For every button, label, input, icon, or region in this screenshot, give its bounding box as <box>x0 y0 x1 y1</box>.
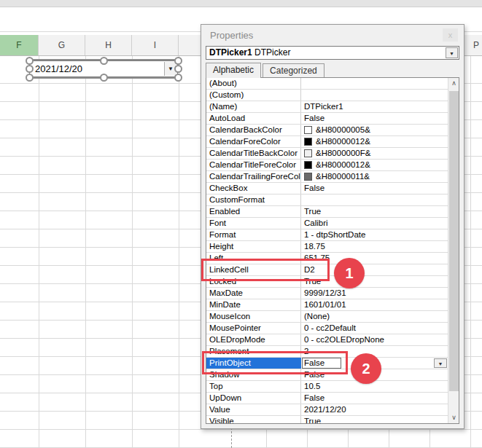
selection-handle[interactable] <box>174 74 182 82</box>
column-header-g[interactable]: G <box>39 35 85 55</box>
property-value[interactable]: &H80000012& <box>301 136 448 147</box>
color-swatch <box>304 138 312 146</box>
property-value-text: DTPicker1 <box>304 102 343 111</box>
property-row[interactable]: (Name)DTPicker1 <box>206 101 448 113</box>
property-value[interactable]: 1601/01/01 <box>301 299 448 310</box>
property-row[interactable]: MaxDate9999/12/31 <box>206 288 448 299</box>
property-row[interactable]: CalendarTitleForeColor&H80000012& <box>206 160 448 171</box>
property-row[interactable]: MinDate1601/01/01 <box>206 299 448 311</box>
scroll-up-icon[interactable]: ∧ <box>448 78 459 89</box>
property-row[interactable]: Value2021/12/20 <box>206 404 448 416</box>
property-row[interactable]: OLEDropMode0 - cc2OLEDropNone <box>206 334 448 346</box>
property-row[interactable]: (Custom) <box>206 90 448 101</box>
property-value[interactable]: True <box>301 206 448 217</box>
selection-handle[interactable] <box>174 65 182 73</box>
color-swatch <box>304 126 312 134</box>
tab-categorized[interactable]: Categorized <box>263 63 324 77</box>
property-value[interactable] <box>301 194 448 205</box>
property-value[interactable]: False <box>301 183 448 194</box>
scrollbar-thumb[interactable] <box>449 91 459 391</box>
properties-titlebar[interactable]: Properties x <box>201 25 464 45</box>
scroll-down-icon[interactable]: ∨ <box>448 412 459 423</box>
property-value[interactable]: 1 - dtpShortDate <box>301 229 448 240</box>
property-row[interactable]: EnabledTrue <box>206 206 448 218</box>
selection-handle[interactable] <box>26 65 34 73</box>
gridline <box>39 56 39 448</box>
annotation-box-printobject <box>202 351 348 374</box>
selection-handle[interactable] <box>26 74 34 82</box>
property-row[interactable]: Top10.5 <box>206 381 448 393</box>
property-value-text: 1601/01/01 <box>304 300 346 309</box>
properties-tabs: AlphabeticCategorized <box>206 63 459 77</box>
property-label: MaxDate <box>206 288 301 299</box>
property-value[interactable]: &H80000005& <box>301 125 448 135</box>
property-label: CalendarTrailingForeColor <box>206 171 301 182</box>
property-value-text: False <box>304 393 324 402</box>
property-row[interactable]: MousePointer0 - cc2Default <box>206 323 448 334</box>
tab-alphabetic[interactable]: Alphabetic <box>206 63 261 78</box>
property-label: OLEDropMode <box>206 334 301 345</box>
gridline <box>179 56 179 448</box>
property-row[interactable]: (About) <box>206 78 448 90</box>
property-value[interactable]: &H80000011& <box>301 171 448 182</box>
property-label: UpDown <box>206 393 301 404</box>
property-row[interactable]: CalendarBackColor&H80000005& <box>206 125 448 136</box>
property-label: AutoLoad <box>206 113 301 124</box>
property-label: CalendarBackColor <box>206 125 301 135</box>
property-row[interactable]: CalendarForeColor&H80000012& <box>206 136 448 148</box>
color-swatch <box>304 149 312 157</box>
property-value-text: True <box>304 207 321 216</box>
close-icon[interactable]: x <box>443 28 458 42</box>
datepicker-value: 2021/12/20 <box>35 63 82 74</box>
selection-handle[interactable] <box>100 57 108 65</box>
property-label: CalendarTitleBackColor <box>206 148 301 159</box>
property-value-text: &H80000012& <box>316 160 370 169</box>
property-value-text: &H80000011& <box>316 172 370 181</box>
property-value[interactable]: 10.5 <box>301 381 448 392</box>
selection-handle[interactable] <box>100 74 108 82</box>
property-value[interactable]: (None) <box>301 311 448 322</box>
property-row[interactable]: CalendarTitleBackColor&H8000000F& <box>206 148 448 160</box>
selection-handle[interactable] <box>174 57 182 65</box>
property-row[interactable]: Height18.75 <box>206 241 448 253</box>
property-row[interactable]: CheckBoxFalse <box>206 183 448 194</box>
column-header-f[interactable]: F <box>0 35 39 55</box>
property-value[interactable]: True <box>301 416 448 424</box>
property-label: CustomFormat <box>206 194 301 205</box>
property-value[interactable] <box>301 78 448 89</box>
value-dropdown-icon[interactable]: ▼ <box>434 358 447 368</box>
property-grid-scrollbar[interactable]: ∧ ∨ <box>448 78 459 423</box>
property-value[interactable]: 0 - cc2OLEDropNone <box>301 334 448 345</box>
property-value[interactable]: 0 - cc2Default <box>301 323 448 334</box>
property-value[interactable]: &H8000000F& <box>301 148 448 159</box>
property-value[interactable]: False <box>301 393 448 404</box>
property-label: MousePointer <box>206 323 301 334</box>
property-value[interactable]: 9999/12/31 <box>301 288 448 299</box>
property-value[interactable]: False <box>301 113 448 124</box>
property-label: (Custom) <box>206 90 301 101</box>
property-row[interactable]: FontCalibri <box>206 218 448 229</box>
column-header-p[interactable]: P <box>470 35 482 55</box>
property-value[interactable]: &H80000012& <box>301 160 448 170</box>
combo-dropdown-icon[interactable]: ▼ <box>446 47 458 58</box>
property-row[interactable]: AutoLoadFalse <box>206 113 448 125</box>
object-selector-dropdown[interactable]: DTPicker1 DTPicker ▼ <box>206 46 459 60</box>
property-value-text: 0 - cc2Default <box>304 323 356 332</box>
property-value[interactable]: 18.75 <box>301 241 448 252</box>
property-label: MinDate <box>206 299 301 310</box>
property-row[interactable]: UpDownFalse <box>206 393 448 404</box>
property-value[interactable]: 2021/12/20 <box>301 404 448 415</box>
property-row[interactable]: Format1 - dtpShortDate <box>206 229 448 241</box>
column-header-h[interactable]: H <box>85 35 132 55</box>
column-header-i[interactable]: I <box>132 35 179 55</box>
selection-handle[interactable] <box>26 57 34 65</box>
property-row[interactable]: VisibleTrue <box>206 416 448 424</box>
property-value[interactable]: Calibri <box>301 218 448 229</box>
property-value[interactable] <box>301 90 448 101</box>
property-value[interactable]: DTPicker1 <box>301 101 448 112</box>
property-row[interactable]: CustomFormat <box>206 194 448 206</box>
property-label: CheckBox <box>206 183 301 194</box>
property-row[interactable]: MouseIcon(None) <box>206 311 448 323</box>
property-label: Value <box>206 404 301 415</box>
property-row[interactable]: CalendarTrailingForeColor&H80000011& <box>206 171 448 183</box>
